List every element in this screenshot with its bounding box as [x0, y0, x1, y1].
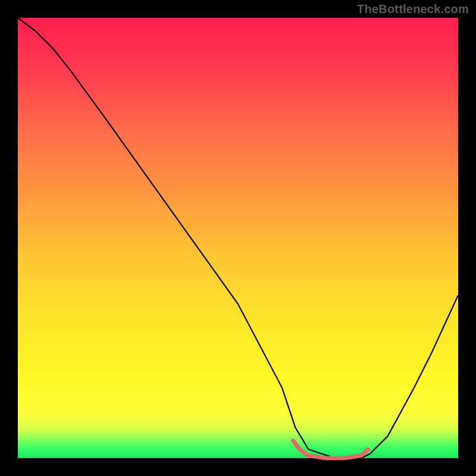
- bottleneck-curve-chart: [0, 0, 476, 476]
- watermark-text: TheBottleneck.com: [357, 2, 469, 16]
- plot-background: [18, 18, 458, 458]
- chart-stage: TheBottleneck.com: [0, 0, 476, 476]
